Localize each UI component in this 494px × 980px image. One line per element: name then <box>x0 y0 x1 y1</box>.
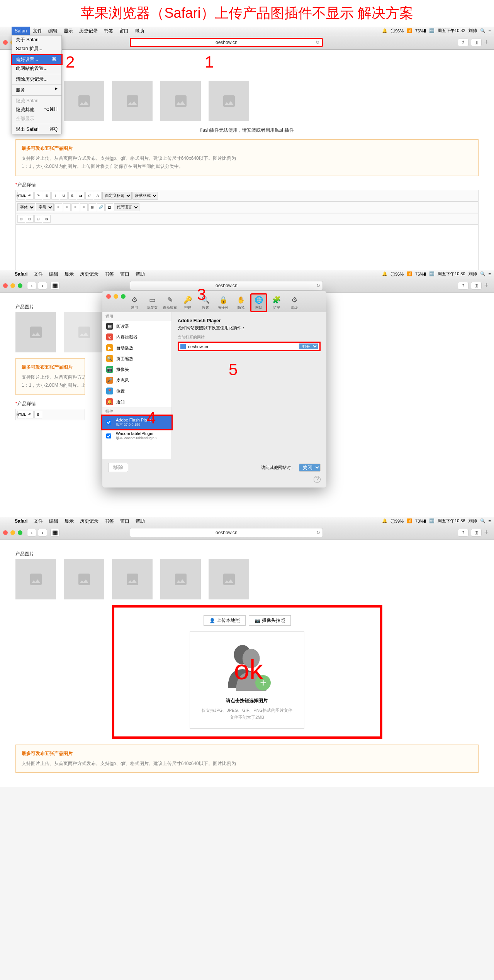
dd-about-safari[interactable]: 关于 Safari <box>12 36 61 44</box>
ed-redo-button[interactable]: ↷ <box>34 192 42 200</box>
sidebar-item-zoom[interactable]: 🔍页面缩放 <box>102 353 171 364</box>
ed-btn[interactable]: ≡ <box>80 203 88 211</box>
menu-history[interactable]: 历史记录 <box>77 270 102 278</box>
prefs-tab-privacy[interactable]: ✋隐私 <box>233 295 250 311</box>
image-placeholder[interactable] <box>160 559 201 599</box>
new-tab-button[interactable]: + <box>482 38 491 47</box>
upload-tab-local[interactable]: 👤上传本地照 <box>204 615 246 626</box>
close-window-icon[interactable] <box>106 294 111 299</box>
ed-btn[interactable]: ⊞ <box>17 215 25 223</box>
dd-extensions[interactable]: Safari 扩展... <box>12 44 61 53</box>
sidebar-item-content-blocker[interactable]: ⊘内容拦截器 <box>102 332 171 342</box>
ed-btn[interactable]: ≡ <box>71 203 79 211</box>
notification-icon[interactable]: 🔔 <box>382 271 387 276</box>
menu-safari[interactable]: Safari <box>12 270 31 278</box>
menu-help[interactable]: 帮助 <box>132 517 148 525</box>
ed-btn[interactable]: ≡ <box>63 203 71 211</box>
ed-btn[interactable]: 🔗 <box>97 203 105 211</box>
menu-safari[interactable]: Safari <box>12 27 30 35</box>
site-permission-row[interactable]: oeshow.cn 打开 <box>178 342 321 351</box>
menu-edit[interactable]: 编辑 <box>45 27 61 35</box>
new-tab-button[interactable]: + <box>482 281 491 290</box>
prefs-tab-general[interactable]: ⚙通用 <box>126 295 143 311</box>
ed-btn[interactable]: ↶ <box>26 411 34 418</box>
search-icon[interactable]: 🔍 <box>480 518 486 523</box>
prefs-tab-extensions[interactable]: 🧩扩展 <box>268 295 285 311</box>
close-window-icon[interactable] <box>3 283 8 288</box>
menu-edit[interactable]: 编辑 <box>46 270 61 278</box>
dd-clear-history[interactable]: 清除历史记录... <box>12 75 61 84</box>
url-bar[interactable]: oeshow.cn↻ <box>130 281 323 290</box>
refresh-icon[interactable]: ↻ <box>316 283 320 288</box>
ed-sup-button[interactable]: x² <box>85 192 93 200</box>
ed-size-select[interactable]: 字号 <box>36 203 54 211</box>
minimize-window-icon[interactable] <box>114 294 118 299</box>
menu-file[interactable]: 文件 <box>30 27 45 35</box>
menu-safari[interactable]: Safari <box>12 517 31 525</box>
ed-html-button[interactable]: HTML <box>17 192 25 200</box>
username[interactable]: 刘帅 <box>469 271 477 277</box>
back-button[interactable]: ‹ <box>27 282 36 289</box>
other-sites-select[interactable]: 关闭 <box>299 464 321 472</box>
ed-code-select[interactable]: 代码语言 <box>114 203 139 211</box>
forward-button[interactable]: › <box>38 282 47 289</box>
wifi-icon[interactable]: 📶 <box>407 271 412 276</box>
menu-history[interactable]: 历史记录 <box>77 517 102 525</box>
menu-help[interactable]: 帮助 <box>132 270 148 278</box>
username[interactable]: 刘帅 <box>469 28 477 34</box>
image-placeholder[interactable] <box>64 81 104 121</box>
image-placeholder[interactable] <box>64 312 104 352</box>
image-placeholder[interactable] <box>15 312 56 352</box>
tabs-button[interactable]: ◫ <box>471 282 482 289</box>
refresh-icon[interactable]: ↻ <box>316 40 319 45</box>
share-button[interactable]: ⤴ <box>458 282 469 289</box>
image-placeholder[interactable] <box>112 559 153 599</box>
menu-edit[interactable]: 编辑 <box>46 517 61 525</box>
maximize-window-icon[interactable] <box>121 294 126 299</box>
prefs-tab-tabs[interactable]: ▭标签页 <box>144 295 161 311</box>
new-tab-button[interactable]: + <box>482 528 491 537</box>
sidebar-item-wacom-plugin[interactable]: WacomTabletPlugin版本 WacomTabletPlugin 2.… <box>102 429 171 443</box>
image-placeholder[interactable] <box>160 81 201 121</box>
sidebar-item-location[interactable]: 📍位置 <box>102 386 171 396</box>
url-bar[interactable]: oeshow.cn↻ <box>130 38 323 47</box>
upload-tab-camera[interactable]: 📷摄像头拍照 <box>249 615 291 626</box>
sidebar-item-microphone[interactable]: 🎤麦克风 <box>102 375 171 386</box>
ed-color-button[interactable]: A <box>94 192 102 200</box>
menu-bookmarks[interactable]: 书签 <box>102 270 117 278</box>
dd-quit[interactable]: 退出 Safari⌘Q <box>12 125 61 134</box>
ed-sub-button[interactable]: x₂ <box>77 192 85 200</box>
ed-font-select[interactable]: 字体 <box>17 203 35 211</box>
ed-btn[interactable]: ⊡ <box>34 215 42 223</box>
sidebar-item-notifications[interactable]: 🔔通知 <box>102 396 171 407</box>
ed-undo-button[interactable]: ↶ <box>26 192 34 200</box>
search-icon[interactable]: 🔍 <box>480 28 486 33</box>
menu-window[interactable]: 窗口 <box>116 27 132 35</box>
menu-help[interactable]: 帮助 <box>132 27 147 35</box>
dd-services[interactable]: 服务 <box>12 86 61 95</box>
input-source-icon[interactable]: 🔤 <box>429 271 435 276</box>
ed-btn[interactable]: ⊟ <box>26 215 34 223</box>
ed-underline-button[interactable]: U <box>60 192 68 200</box>
minimize-window-icon[interactable] <box>10 283 15 288</box>
prefs-tab-autofill[interactable]: ✎自动填充 <box>161 295 178 311</box>
ed-btn[interactable]: HTML <box>17 411 25 418</box>
menu-window[interactable]: 窗口 <box>117 270 132 278</box>
menu-file[interactable]: 文件 <box>31 270 46 278</box>
sidebar-button[interactable]: ▦ <box>50 282 59 289</box>
share-button[interactable]: ⤴ <box>458 39 469 46</box>
menu-file[interactable]: 文件 <box>31 517 46 525</box>
refresh-icon[interactable]: ↻ <box>316 530 320 535</box>
wifi-icon[interactable]: 📶 <box>407 518 412 523</box>
ed-btn[interactable]: ≡ <box>54 203 62 211</box>
prefs-tab-advanced[interactable]: ⚙高级 <box>286 295 303 311</box>
prefs-tab-passwords[interactable]: 🔑密码 <box>179 295 196 311</box>
ed-custom-title-select[interactable]: 自定义标题 <box>102 192 132 200</box>
menu-bookmarks[interactable]: 书签 <box>101 27 116 35</box>
menu-icon[interactable]: ≡ <box>489 29 491 33</box>
ed-btn[interactable]: ⊞ <box>88 203 96 211</box>
image-placeholder[interactable] <box>64 559 104 599</box>
menu-history[interactable]: 历史记录 <box>76 27 101 35</box>
share-button[interactable]: ⤴ <box>458 529 469 537</box>
sidebar-item-reader[interactable]: ▤阅读器 <box>102 321 171 332</box>
